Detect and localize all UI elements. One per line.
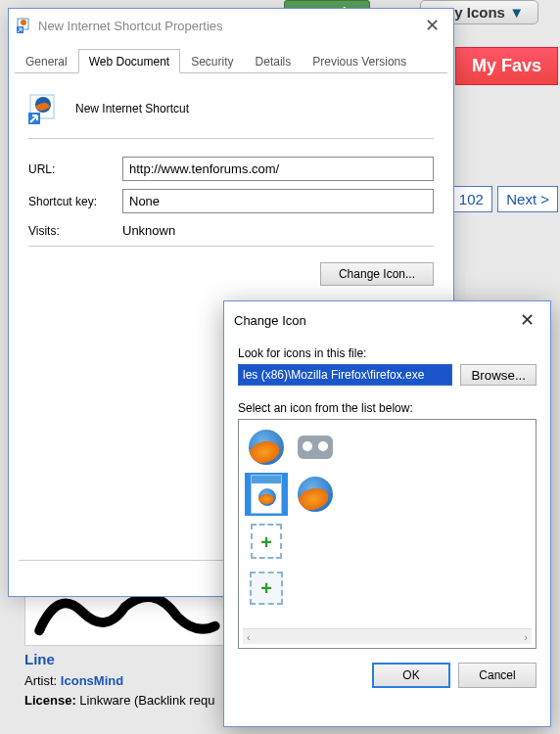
visits-label: Visits: (28, 224, 122, 238)
icon-list[interactable]: ‹ › (238, 419, 537, 649)
url-label: URL: (28, 162, 122, 176)
plus-box-icon[interactable] (245, 567, 288, 610)
license-text: Linkware (Backlink requ (79, 693, 214, 708)
shortcut-file-icon (28, 93, 60, 124)
firefox-globe-icon[interactable] (245, 426, 288, 469)
pager-next[interactable]: Next > (497, 186, 558, 212)
look-for-icons-label: Look for icons in this file: (238, 346, 537, 360)
license-line: License: Linkware (Backlink requ (24, 693, 214, 708)
icon-path-input[interactable] (238, 364, 452, 386)
pager-page-102[interactable]: 102 (450, 186, 492, 212)
change-icon-button[interactable]: Change Icon... (320, 262, 434, 286)
close-icon[interactable]: ✕ (419, 15, 445, 36)
artist-prefix: Artist: (24, 673, 61, 688)
horizontal-scrollbar[interactable]: ‹ › (243, 628, 532, 644)
chevron-down-icon: ▼ (509, 4, 524, 21)
close-icon[interactable]: ✕ (514, 309, 540, 331)
change-icon-dialog: Change Icon ✕ Look for icons in this fil… (223, 300, 551, 727)
ci-cancel-button[interactable]: Cancel (458, 663, 537, 688)
tab-web-document[interactable]: Web Document (78, 49, 180, 73)
firefox-document-icon[interactable] (245, 473, 288, 516)
browse-button[interactable]: Browse... (460, 364, 537, 386)
ci-ok-button[interactable]: OK (372, 663, 450, 688)
dialog-title: New Internet Shortcut Properties (38, 19, 223, 33)
tab-general[interactable]: General (15, 49, 78, 73)
shortcut-key-input[interactable] (122, 189, 434, 213)
scroll-left-icon[interactable]: ‹ (247, 631, 251, 643)
ci-dialog-title: Change Icon (234, 313, 306, 328)
url-input[interactable] (122, 157, 434, 181)
title-bar[interactable]: New Internet Shortcut Properties ✕ (9, 9, 453, 42)
tab-body: New Internet Shortcut URL: Shortcut key:… (9, 73, 453, 299)
icon-title[interactable]: Line (24, 651, 55, 667)
artist-link[interactable]: IconsMind (61, 673, 123, 688)
svg-point-1 (21, 20, 26, 25)
license-prefix: License: (24, 693, 79, 708)
plus-document-icon[interactable] (245, 520, 288, 563)
pager: 102 Next > (448, 186, 558, 212)
select-icon-label: Select an icon from the list below: (238, 401, 537, 415)
tab-security[interactable]: Security (180, 49, 244, 73)
shortcut-name: New Internet Shortcut (75, 102, 189, 115)
ci-title-bar[interactable]: Change Icon ✕ (224, 301, 550, 339)
visits-value: Unknown (122, 223, 175, 238)
shortcut-key-label: Shortcut key: (28, 195, 122, 208)
firefox-globe-icon[interactable] (294, 473, 337, 516)
tab-details[interactable]: Details (245, 49, 303, 73)
mask-icon[interactable] (294, 426, 337, 469)
shortcut-app-icon (17, 18, 32, 33)
artist-line: Artist: IconsMind (24, 673, 123, 688)
scroll-right-icon[interactable]: › (524, 631, 528, 643)
my-favs-tab[interactable]: My Favs (455, 47, 558, 85)
tab-previous-versions[interactable]: Previous Versions (302, 49, 417, 73)
tab-strip: General Web Document Security Details Pr… (15, 48, 447, 73)
